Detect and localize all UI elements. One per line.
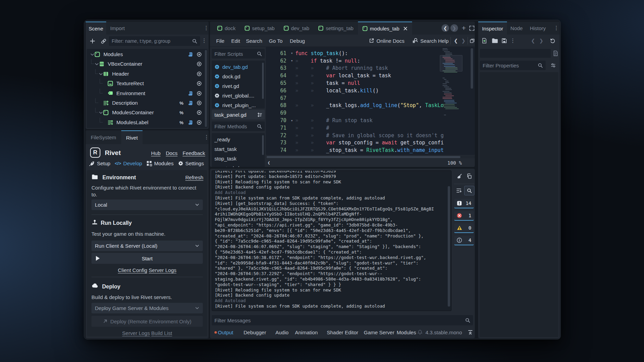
tab-filesystem[interactable]: FileSystem [86, 130, 121, 144]
sort-methods-icon[interactable] [257, 112, 262, 117]
tab-node[interactable]: Node [507, 22, 526, 35]
tab-inspector[interactable]: Inspector [478, 22, 507, 35]
scene-filter-menu-icon[interactable]: ⋮ [201, 38, 207, 44]
new-script-button[interactable]: + [460, 24, 468, 32]
script-attached-icon[interactable] [188, 101, 193, 106]
build-list-link[interactable]: Build List [151, 330, 172, 336]
visibility-eye-icon[interactable] [197, 91, 202, 96]
inspector-back-button[interactable]: ❮ [530, 37, 536, 44]
tree-row-modules[interactable]: Modules [87, 50, 208, 59]
open-docs-button[interactable] [552, 50, 559, 57]
rivet-nav-develop[interactable]: </>Develop [115, 160, 142, 166]
environment-select[interactable]: Local [91, 199, 203, 210]
tree-row-modulescontainer[interactable]: ModulesContainer% [87, 108, 208, 117]
zoom-level[interactable]: 100 % [447, 160, 462, 166]
tree-row-description[interactable]: Description% [87, 98, 208, 108]
script-tab-dev_tab[interactable]: dev_tab [279, 22, 314, 35]
script-list-item-dev_tab.gd[interactable]: dev_tab.gd [212, 62, 265, 72]
code-hscrollbar[interactable] [266, 156, 475, 158]
script-attached-icon[interactable] [188, 52, 193, 57]
current-script-bar[interactable]: task_panel.gd [212, 110, 265, 119]
menu-edit[interactable]: Edit [231, 38, 240, 43]
script-back-button[interactable]: ❮ [454, 38, 458, 43]
deploy-target-select[interactable]: Deploy Game Server & Modules [91, 303, 203, 313]
expand-bottom-panel-button[interactable] [467, 329, 474, 335]
run-mode-select[interactable]: Run Client & Server (Local) [91, 241, 203, 251]
fold-arrow-icon[interactable]: ▾ [288, 51, 295, 55]
code-scrollbar[interactable] [471, 48, 473, 89]
rivet-docs-link[interactable]: Docs [166, 150, 177, 156]
scene-filter-input[interactable]: Filter: name, t:type, g:group [109, 36, 200, 46]
output-log[interactable]: [Rivet] Port update: backend=24721 edito… [212, 170, 451, 311]
rivet-feedback-link[interactable]: Feedback [183, 150, 205, 156]
menu-debug[interactable]: Debug [290, 38, 305, 43]
resource-menu-icon[interactable]: ⋮ [510, 38, 516, 44]
method-list-item-start_task[interactable]: start_task [212, 144, 265, 154]
tree-row-environment[interactable]: Environment [87, 89, 208, 98]
tab-scene[interactable]: Scene [86, 22, 106, 35]
filter-properties-input[interactable]: Filter Properties [480, 61, 546, 70]
collapse-log-button[interactable] [455, 186, 463, 195]
float-panel-icon[interactable] [470, 38, 475, 43]
script-attached-icon[interactable] [188, 91, 193, 96]
visibility-eye-icon[interactable] [197, 71, 202, 76]
rivet-hub-link[interactable]: Hub [151, 150, 161, 156]
code-editor[interactable]: 61▾func stop_task():62▾»if task != null:… [266, 47, 475, 155]
tab-history[interactable]: History [526, 22, 549, 35]
bottom-tab-output[interactable]: Output [218, 329, 233, 335]
scene-tree-scrollbar[interactable] [205, 50, 207, 127]
script-list-item-dock.gd[interactable]: dock.gd [212, 72, 265, 81]
tree-row-moduleslabel[interactable]: ModulesLabel% [87, 118, 208, 127]
script-list-item-rivet_global....[interactable]: rivet_global.... [212, 91, 265, 100]
filter-info-badge[interactable]: 4 [454, 236, 474, 245]
fold-arrow-icon[interactable]: ▾ [288, 59, 295, 63]
method-list-item-stop_task[interactable]: stop_task [212, 154, 265, 163]
copy-log-button[interactable] [465, 172, 473, 180]
fold-arrow-icon[interactable]: ▾ [288, 118, 295, 123]
script-forward-button[interactable]: ❯ [461, 38, 466, 43]
tree-expand-chevron-icon[interactable] [90, 52, 95, 57]
script-attached-icon[interactable] [188, 120, 193, 125]
inspector-forward-button[interactable]: ❯ [538, 37, 544, 44]
unique-name-badge[interactable]: % [179, 110, 184, 115]
output-scrollbar[interactable] [448, 172, 450, 309]
tree-expand-chevron-icon[interactable] [99, 72, 103, 76]
filter-warnings-badge[interactable]: 0 [454, 223, 474, 233]
property-tools-button[interactable] [549, 62, 557, 69]
tree-expand-chevron-icon[interactable] [95, 62, 99, 66]
clear-log-button[interactable] [455, 172, 463, 180]
bottom-tab-audio[interactable]: Audio [275, 329, 288, 335]
bottom-tab-animation[interactable]: Animation [295, 329, 318, 335]
script-list-scrollbar[interactable] [262, 63, 264, 99]
deploy-button[interactable]: Deploy (Remote Environment Only) [91, 316, 203, 327]
visibility-eye-icon[interactable] [197, 81, 202, 86]
close-icon[interactable] [403, 26, 408, 31]
server-logs-link[interactable]: Server Logs [149, 267, 176, 273]
script-tab-setup_tab[interactable]: setup_tab [240, 22, 279, 35]
tree-row-vboxcontainer[interactable]: VBoxContainer [87, 59, 208, 69]
rivet-nav-setup[interactable]: Setup [89, 160, 110, 166]
method-list-scrollbar[interactable] [262, 135, 264, 155]
unique-name-badge[interactable]: % [179, 101, 184, 106]
inspector-history-button[interactable] [549, 37, 556, 44]
refresh-link[interactable]: Refresh [185, 174, 203, 180]
notifications-bell-icon[interactable] [417, 329, 423, 335]
script-list-item-rivet_plugin_...[interactable]: rivet_plugin_... [212, 100, 265, 108]
method-list-item-_ready[interactable]: _ready [212, 134, 265, 144]
tree-expand-chevron-icon[interactable] [99, 111, 103, 115]
scene-dock-menu-icon[interactable]: ⋮ [203, 25, 209, 31]
new-resource-button[interactable] [481, 37, 488, 44]
method-list-item-_on_task_log[interactable]: _on_task_log [212, 163, 265, 167]
menu-search[interactable]: Search [246, 38, 262, 43]
load-resource-button[interactable] [491, 37, 498, 44]
client-config-link[interactable]: Client Config [118, 267, 147, 273]
search-help-button[interactable]: Search Help [412, 38, 449, 43]
search-log-button[interactable] [464, 186, 474, 195]
script-list-item-rivet.gd[interactable]: rivet.gd [212, 81, 265, 91]
filter-scripts-input[interactable]: Filter Scripts [212, 49, 265, 59]
tree-row-texturerect[interactable]: TextureRect [87, 79, 208, 88]
rivet-nav-settings[interactable]: Settings [178, 160, 204, 166]
visibility-eye-icon[interactable] [197, 120, 202, 125]
history-back-button[interactable]: ❮ [442, 24, 449, 32]
bottom-tab-modules[interactable]: Modules [397, 329, 416, 335]
